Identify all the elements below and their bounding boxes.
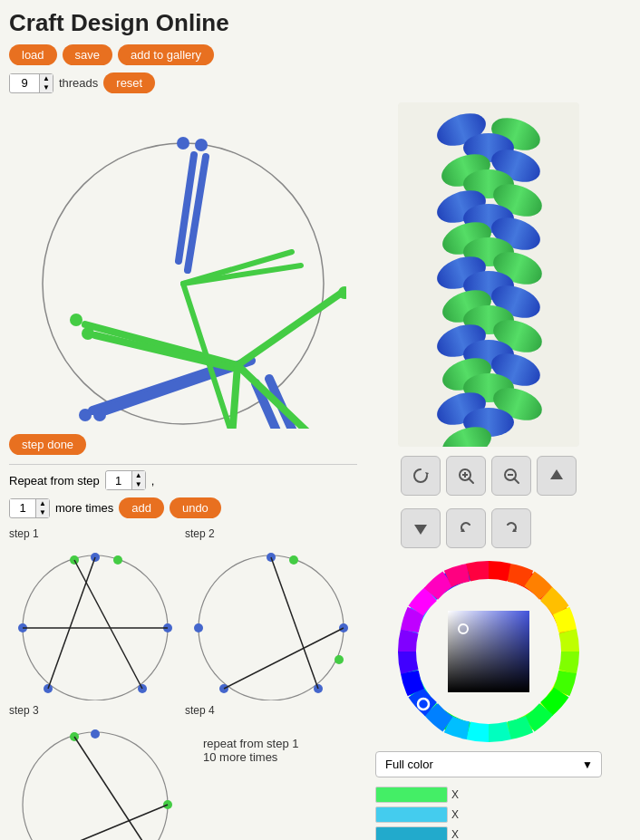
- svg-line-47: [224, 628, 344, 689]
- color-wheel-container: [366, 561, 611, 742]
- nav-buttons-row1: [366, 456, 611, 496]
- color-swatches: X X X X X: [366, 787, 611, 840]
- threads-label: threads: [59, 76, 98, 90]
- threads-input[interactable]: 9: [10, 74, 39, 92]
- color-wheel-svg[interactable]: [398, 561, 579, 742]
- threads-input-wrap: 9 ▲ ▼: [9, 73, 53, 93]
- color-select-wrap: Full color Single color Gradient ▼: [375, 751, 602, 777]
- step-done-button[interactable]: step done: [9, 434, 86, 455]
- svg-line-19: [85, 324, 238, 365]
- zoom-out-button[interactable]: [491, 456, 531, 496]
- rotate-reset-button[interactable]: [401, 456, 441, 496]
- repeat-step-input-wrap: 1 ▲ ▼: [105, 470, 146, 490]
- svg-point-48: [23, 732, 168, 840]
- swatch-row-2: X: [375, 806, 602, 823]
- braid-preview: [398, 102, 579, 447]
- load-button[interactable]: load: [9, 44, 57, 65]
- repeat-from-label: Repeat from step: [9, 474, 100, 488]
- swatch-1[interactable]: [375, 787, 448, 803]
- times-input-wrap: 1 ▲ ▼: [9, 498, 50, 518]
- svg-marker-95: [414, 525, 427, 535]
- svg-point-49: [91, 729, 100, 739]
- refresh-icon: [412, 467, 430, 485]
- pan-down-button[interactable]: [401, 508, 441, 548]
- swatch-3-remove[interactable]: X: [451, 828, 459, 840]
- step-1-svg[interactable]: [9, 542, 181, 700]
- repeat-line2: 10 more times: [203, 750, 357, 764]
- svg-point-1: [177, 137, 189, 150]
- main-layout: step done Repeat from step 1 ▲ ▼ ,: [9, 102, 631, 840]
- svg-point-37: [199, 555, 344, 700]
- svg-line-20: [95, 335, 233, 368]
- svg-line-90: [469, 478, 473, 483]
- times-down[interactable]: ▼: [36, 508, 49, 517]
- svg-line-46: [271, 557, 318, 689]
- left-panel: step done Repeat from step 1 ▲ ▼ ,: [9, 102, 357, 840]
- repeat-step-down[interactable]: ▼: [132, 480, 145, 489]
- step-4-cell: step 4 repeat from step 1 10 more times: [185, 704, 357, 840]
- svg-point-33: [113, 555, 122, 565]
- times-up[interactable]: ▲: [36, 499, 49, 508]
- times-input[interactable]: 1: [10, 499, 35, 517]
- step-2-label: step 2: [185, 527, 357, 540]
- add-button[interactable]: add: [119, 497, 164, 518]
- repeat-step-input[interactable]: 1: [106, 472, 131, 489]
- steps-grid: step 1: [9, 527, 357, 840]
- color-picker-select-wrap: Full color Single color Gradient ▼: [375, 751, 602, 777]
- svg-line-55: [74, 737, 154, 840]
- svg-line-56: [36, 805, 168, 840]
- step-2-svg[interactable]: [185, 542, 357, 700]
- add-control: 1 ▲ ▼ more times add undo: [9, 497, 357, 518]
- step-1-cell: step 1: [9, 527, 181, 700]
- right-panel: Full color Single color Gradient ▼ X X: [366, 102, 611, 840]
- repeat-control: Repeat from step 1 ▲ ▼ ,: [9, 470, 357, 490]
- undo-button[interactable]: undo: [170, 497, 221, 518]
- times-spinner: ▲ ▼: [35, 499, 49, 517]
- reset-button[interactable]: reset: [103, 72, 155, 93]
- pan-up-button[interactable]: [537, 456, 577, 496]
- svg-line-18: [238, 293, 342, 365]
- zoom-out-icon: [502, 467, 520, 485]
- zoom-in-button[interactable]: [446, 456, 486, 496]
- more-times-label: more times: [55, 501, 113, 515]
- main-circle-svg: [20, 102, 346, 429]
- svg-point-8: [70, 314, 82, 326]
- step-1-label: step 1: [9, 527, 181, 540]
- comma: ,: [151, 474, 155, 488]
- threads-up[interactable]: ▲: [40, 74, 53, 83]
- add-to-gallery-button[interactable]: add to gallery: [118, 44, 214, 65]
- zoom-in-icon: [457, 467, 475, 485]
- threads-down[interactable]: ▼: [40, 83, 53, 92]
- save-button[interactable]: save: [63, 44, 112, 65]
- swatch-3[interactable]: [375, 826, 448, 840]
- svg-line-36: [74, 560, 142, 689]
- svg-line-34: [48, 557, 95, 689]
- rotate-right-button[interactable]: [491, 508, 531, 548]
- step-2-cell: step 2: [185, 527, 357, 700]
- up-arrow-icon: [548, 467, 566, 485]
- page-title: Craft Design Online: [9, 9, 631, 37]
- svg-point-44: [335, 655, 344, 664]
- repeat-step-up[interactable]: ▲: [132, 471, 145, 480]
- rotate-left-icon: [457, 519, 475, 537]
- swatch-2[interactable]: [375, 806, 448, 823]
- step-3-label: step 3: [9, 704, 181, 717]
- swatch-row-1: X: [375, 787, 602, 803]
- svg-point-2: [195, 139, 208, 151]
- toolbar: load save add to gallery: [9, 44, 631, 65]
- repeat-step-spinner: ▲ ▼: [131, 471, 145, 489]
- rotate-right-icon: [502, 519, 520, 537]
- color-mode-select[interactable]: Full color Single color Gradient: [375, 751, 602, 777]
- swatch-row-3: X: [375, 826, 602, 840]
- step-3-svg[interactable]: [9, 719, 181, 840]
- threads-control: 9 ▲ ▼ threads reset: [9, 72, 631, 93]
- swatch-1-remove[interactable]: X: [451, 788, 459, 801]
- svg-marker-94: [550, 469, 563, 479]
- svg-point-43: [289, 555, 298, 565]
- swatch-2-remove[interactable]: X: [451, 808, 459, 821]
- svg-rect-101: [448, 611, 529, 692]
- step-4-label: step 4: [185, 704, 357, 717]
- down-arrow-icon: [412, 519, 430, 537]
- rotate-left-button[interactable]: [446, 508, 486, 548]
- main-circle-canvas[interactable]: [20, 102, 346, 429]
